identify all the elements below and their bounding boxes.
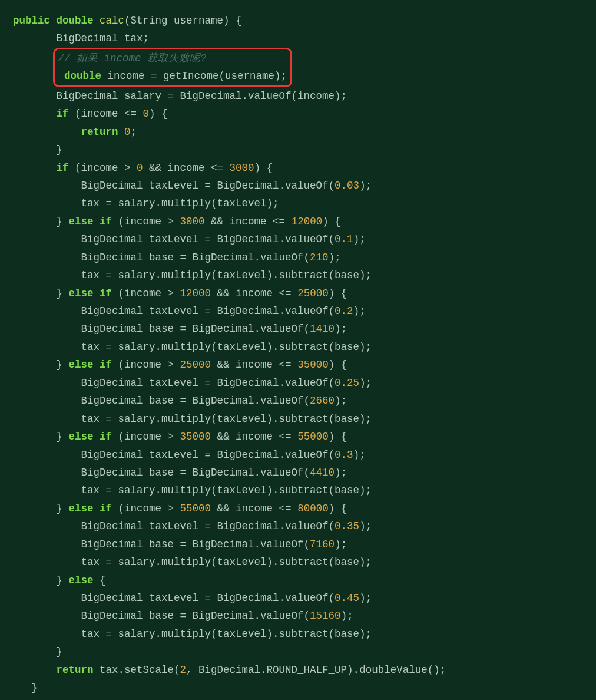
keyword-return: return — [57, 664, 94, 676]
code-line: tax = salary.multiply(taxLevel).subtract… — [81, 556, 372, 568]
comment-line: // 如果 income 获取失败呢? — [58, 52, 207, 64]
keyword-return: return — [81, 126, 118, 138]
code-line: public double calc(String username) { — [13, 15, 242, 27]
method-signature: (String username) { — [124, 15, 242, 27]
highlight-box: // 如果 income 获取失败呢? double income = getI… — [53, 48, 293, 87]
code-line: } — [57, 646, 63, 658]
method-name: calc — [100, 15, 124, 27]
code-line: tax = salary.multiply(taxLevel).subtract… — [81, 341, 372, 353]
keyword-else-if: else if — [69, 359, 112, 371]
code-line: BigDecimal salary = BigDecimal.valueOf(i… — [57, 90, 347, 102]
keyword-double: double — [64, 70, 101, 82]
code-line: tax = salary.multiply(taxLevel); — [81, 197, 279, 209]
code-line: BigDecimal tax; — [57, 32, 150, 44]
keyword-else-if: else if — [69, 216, 112, 227]
keyword-else: else — [69, 574, 94, 586]
keyword-public: public — [13, 15, 50, 27]
code-line: tax = salary.multiply(taxLevel).subtract… — [81, 413, 372, 425]
code-line: } — [57, 144, 63, 156]
keyword-if: if — [57, 162, 69, 174]
keyword-if: if — [57, 108, 69, 120]
keyword-double: double — [57, 15, 94, 27]
code-text: income = getIncome(username); — [101, 70, 287, 82]
code-line: tax = salary.multiply(taxLevel).subtract… — [81, 269, 372, 281]
keyword-else-if: else if — [69, 503, 112, 514]
code-line: tax = salary.multiply(taxLevel).subtract… — [81, 484, 372, 496]
keyword-else-if: else if — [69, 431, 112, 443]
code-line: tax = salary.multiply(taxLevel).subtract… — [81, 628, 372, 640]
code-block: public double calc(String username) { Bi… — [0, 0, 596, 700]
keyword-else-if: else if — [69, 288, 112, 299]
code-line: } — [32, 682, 38, 694]
